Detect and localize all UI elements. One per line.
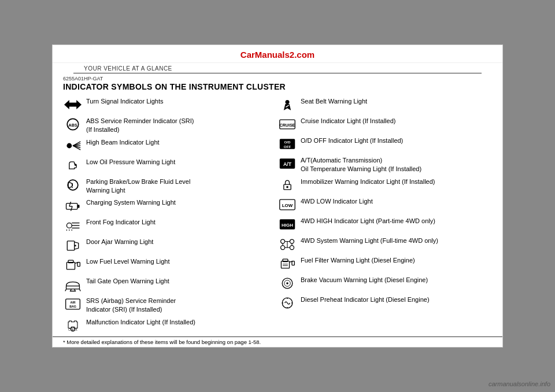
list-item: Immobilizer Warning Indicator Light (If …: [278, 175, 492, 195]
indicator-label: Brake Vacuum Warning Light (Diesel Engin…: [301, 275, 428, 284]
list-item: Low Fuel Level Warning Light: [63, 255, 278, 275]
4wd-system-icon: [278, 236, 297, 252]
at-temp-icon: A/T: [278, 156, 297, 172]
right-column: Seat Belt Warning Light CRUISE Cruise In…: [278, 95, 492, 335]
fuel-filter-icon: [278, 256, 297, 272]
low-oil-icon: [63, 157, 83, 173]
svg-text:LOW: LOW: [282, 203, 293, 208]
indicator-label: 4WD HIGH Indicator Light (Part-time 4WD …: [301, 216, 435, 225]
indicator-label: O/D OFF Indicator Light (If Installed): [301, 136, 403, 145]
svg-rect-66: [292, 261, 294, 265]
tail-gate-icon: [63, 276, 83, 293]
indicator-label: Turn Signal Indicator Lights: [86, 97, 164, 106]
svg-point-18: [66, 223, 72, 228]
indicator-label: High Beam Indicator Light: [86, 138, 160, 147]
list-item: Turn Signal Indicator Lights: [63, 95, 278, 114]
list-item: Tail Gate Open Warning Light: [63, 275, 278, 294]
svg-rect-27: [66, 262, 75, 269]
4wd-high-icon: HIGH: [278, 216, 297, 232]
list-item: Seat Belt Warning Light: [278, 95, 492, 114]
high-beam-icon: [63, 138, 83, 154]
indicator-label: 4WD System Warning Light (Full-time 4WD …: [301, 236, 438, 245]
svg-marker-0: [64, 100, 73, 109]
list-item: Diesel Preheat Indicator Light (Diesel E…: [278, 293, 492, 313]
indicator-label: Fuel Filter Warning Light (Diesel Engine…: [301, 256, 415, 265]
indicator-label: Diesel Preheat Indicator Light (Diesel E…: [301, 295, 430, 304]
indicator-label: Front Fog Indicator Light: [86, 217, 156, 227]
list-item: Brake Vacuum Warning Light (Diesel Engin…: [278, 273, 492, 293]
svg-text:A/T: A/T: [283, 161, 292, 167]
list-item: Low Oil Pressure Warning Light: [63, 156, 278, 175]
svg-line-32: [65, 289, 66, 291]
page-container: CarManuals2.com YOUR VEHICLE AT A GLANCE…: [52, 45, 503, 347]
svg-text:HIGH: HIGH: [282, 223, 293, 228]
svg-rect-31: [66, 286, 80, 289]
indicator-label: 4WD LOW Indicator Light: [301, 197, 373, 206]
svg-point-10: [75, 164, 77, 166]
section-label: YOUR VEHICLE AT A GLANCE: [73, 63, 482, 73]
seat-belt-icon: [278, 97, 297, 113]
malfunction-icon: CHECK: [63, 317, 83, 334]
list-item: Front Fog Indicator Light: [63, 216, 278, 235]
svg-point-55: [290, 239, 294, 243]
svg-text:AIR: AIR: [70, 301, 75, 304]
list-item: CRUISE Cruise Indicator Light (If Instal…: [278, 114, 492, 134]
front-fog-icon: [63, 217, 83, 234]
abs-icon: ABS: [63, 116, 83, 132]
indicators-grid: Turn Signal Indicator Lights ABS ABS Ser…: [63, 95, 492, 335]
svg-point-56: [281, 245, 285, 249]
list-item: O/D OFF O/D OFF Indicator Light (If Inst…: [278, 134, 492, 154]
banner-link[interactable]: CarManuals2.com: [240, 50, 314, 60]
footer-note: * More detailed explanations of these it…: [53, 336, 502, 347]
svg-text:ABS: ABS: [69, 123, 77, 127]
list-item: LOW 4WD LOW Indicator Light: [278, 195, 492, 215]
list-item: CHECK Malfunction Indicator Light (If In…: [63, 316, 278, 335]
indicator-label: Parking Brake/Low Brake Fluid LevelWarni…: [86, 177, 190, 195]
indicator-label: Low Fuel Level Warning Light: [86, 257, 170, 266]
svg-marker-1: [73, 100, 82, 109]
srs-icon: AIR BAG: [63, 296, 83, 312]
low-fuel-icon: [63, 257, 83, 273]
svg-point-54: [281, 239, 285, 243]
list-item: A/T A/T(Automatic Transmission)Oil Tempe…: [278, 154, 492, 175]
doc-code: 6255A01HP-GAT: [63, 76, 492, 82]
svg-rect-30: [77, 262, 80, 267]
list-item: Fuel Filter Warning Light (Diesel Engine…: [278, 254, 492, 273]
indicator-label: Tail Gate Open Warning Light: [86, 276, 169, 286]
charging-icon: [63, 198, 83, 214]
list-item: ! Parking Brake/Low Brake Fluid LevelWar…: [63, 175, 278, 197]
indicator-label: SRS (Airbag) Service ReminderIndicator (…: [86, 296, 176, 314]
4wd-low-icon: LOW: [278, 197, 297, 213]
svg-line-15: [69, 202, 71, 206]
top-banner: CarManuals2.com: [53, 45, 502, 63]
list-item: High Beam Indicator Light: [63, 136, 278, 156]
indicator-label: Door Ajar Warning Light: [86, 237, 153, 246]
diesel-preheat-icon: [278, 295, 297, 311]
svg-rect-25: [67, 241, 74, 250]
content-area: 6255A01HP-GAT INDICATOR SYMBOLS ON THE I…: [53, 73, 502, 336]
svg-line-17: [71, 206, 72, 211]
list-item: HIGH 4WD HIGH Indicator Light (Part-time…: [278, 215, 492, 234]
cruise-icon: CRUISE: [278, 116, 297, 132]
list-item: Charging System Warning Light: [63, 196, 278, 216]
svg-point-71: [286, 282, 288, 284]
svg-rect-63: [281, 261, 289, 268]
indicator-label: ABS Service Reminder Indicator (SRI)(If …: [86, 116, 194, 134]
left-column: Turn Signal Indicator Lights ABS ABS Ser…: [63, 95, 278, 335]
svg-text:OFF: OFF: [284, 145, 291, 149]
svg-point-26: [75, 245, 76, 247]
list-item: 4WD System Warning Light (Full-time 4WD …: [278, 234, 492, 254]
svg-line-33: [79, 289, 80, 291]
indicator-label: Immobilizer Warning Indicator Light (If …: [301, 177, 435, 186]
indicator-label: Charging System Warning Light: [86, 198, 176, 207]
door-ajar-icon: [63, 237, 83, 253]
svg-text:CRUISE: CRUISE: [280, 123, 295, 127]
list-item: Door Ajar Warning Light: [63, 235, 278, 255]
indicator-label: A/T(Automatic Transmission)Oil Temperatu…: [301, 156, 421, 173]
indicator-label: Cruise Indicator Light (If Installed): [301, 116, 395, 125]
svg-point-49: [286, 186, 288, 188]
main-title: INDICATOR SYMBOLS ON THE INSTRUMENT CLUS…: [63, 82, 492, 91]
svg-point-39: [285, 100, 289, 104]
indicator-label: Low Oil Pressure Warning Light: [86, 157, 175, 167]
indicator-label: Seat Belt Warning Light: [301, 97, 367, 106]
